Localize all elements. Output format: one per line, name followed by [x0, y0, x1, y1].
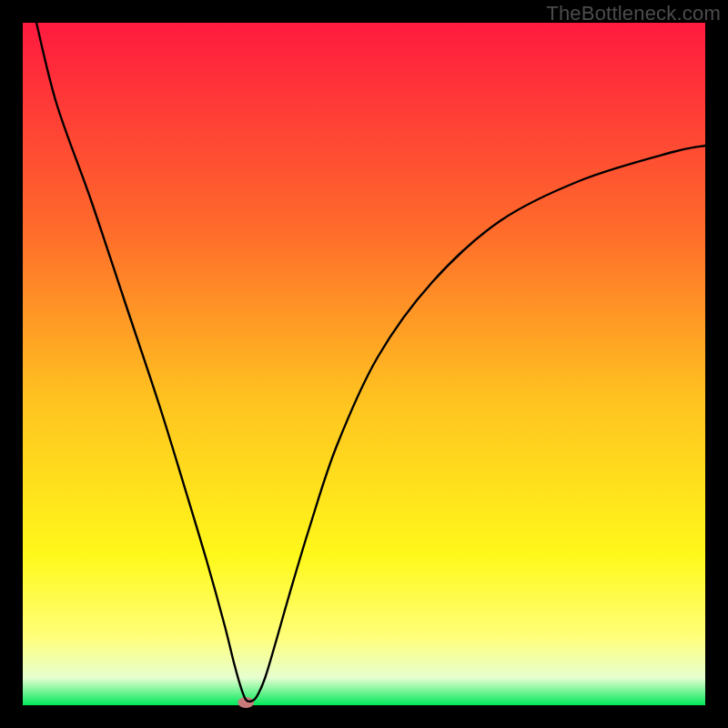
plot-background — [23, 23, 705, 705]
chart-frame: TheBottleneck.com — [0, 0, 728, 728]
bottleneck-chart — [0, 0, 728, 728]
watermark-label: TheBottleneck.com — [546, 2, 721, 25]
